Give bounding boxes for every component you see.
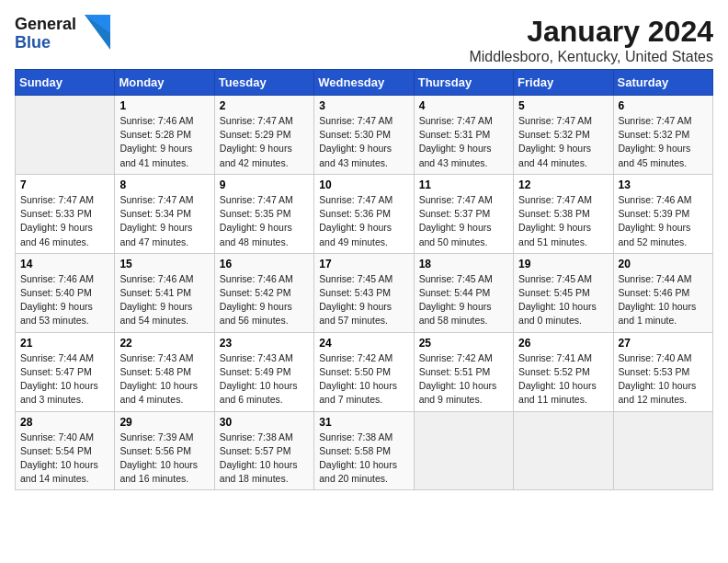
day-info: Sunrise: 7:46 AMSunset: 5:39 PMDaylight:… [619,193,708,249]
day-info: Sunrise: 7:41 AMSunset: 5:52 PMDaylight:… [518,351,608,408]
calendar-cell: 6Sunrise: 7:47 AMSunset: 5:32 PMDaylight… [613,96,712,175]
day-number: 4 [419,99,508,112]
calendar-week-row: 14Sunrise: 7:46 AMSunset: 5:40 PMDayligh… [16,253,713,332]
day-info: Sunrise: 7:47 AMSunset: 5:32 PMDaylight:… [518,114,608,170]
column-header-tuesday: Tuesday [214,70,313,96]
day-number: 24 [319,337,408,350]
day-info: Sunrise: 7:43 AMSunset: 5:48 PMDaylight:… [119,351,209,408]
day-info: Sunrise: 7:39 AMSunset: 5:56 PMDaylight:… [119,431,209,487]
day-number: 31 [319,416,408,429]
calendar-cell: 17Sunrise: 7:45 AMSunset: 5:43 PMDayligh… [314,253,414,332]
day-number: 16 [220,258,309,270]
day-number: 8 [119,178,209,191]
calendar-cell: 10Sunrise: 7:47 AMSunset: 5:36 PMDayligh… [314,174,414,253]
day-number: 30 [220,416,309,429]
calendar-cell [414,411,513,490]
day-info: Sunrise: 7:46 AMSunset: 5:41 PMDaylight:… [119,272,209,328]
day-info: Sunrise: 7:45 AMSunset: 5:44 PMDaylight:… [419,272,508,328]
calendar-cell: 13Sunrise: 7:46 AMSunset: 5:39 PMDayligh… [613,174,712,253]
day-number: 1 [119,99,209,112]
day-info: Sunrise: 7:45 AMSunset: 5:45 PMDaylight:… [518,272,608,328]
day-number: 3 [319,99,408,112]
calendar-cell: 1Sunrise: 7:46 AMSunset: 5:28 PMDaylight… [115,96,214,175]
day-number: 21 [20,337,109,350]
calendar-cell: 11Sunrise: 7:47 AMSunset: 5:37 PMDayligh… [414,174,513,253]
day-info: Sunrise: 7:44 AMSunset: 5:47 PMDaylight:… [20,351,109,408]
calendar-cell: 7Sunrise: 7:47 AMSunset: 5:33 PMDaylight… [16,174,115,253]
day-number: 5 [518,99,608,112]
day-info: Sunrise: 7:47 AMSunset: 5:38 PMDaylight:… [518,193,608,249]
column-header-friday: Friday [514,70,613,96]
calendar-cell: 22Sunrise: 7:43 AMSunset: 5:48 PMDayligh… [115,332,214,411]
day-number: 18 [419,258,508,270]
day-info: Sunrise: 7:42 AMSunset: 5:51 PMDaylight:… [419,351,508,408]
calendar-cell: 26Sunrise: 7:41 AMSunset: 5:52 PMDayligh… [514,332,613,411]
day-info: Sunrise: 7:45 AMSunset: 5:43 PMDaylight:… [319,272,408,328]
calendar-cell: 31Sunrise: 7:38 AMSunset: 5:58 PMDayligh… [314,411,414,490]
calendar-cell: 9Sunrise: 7:47 AMSunset: 5:35 PMDaylight… [214,174,313,253]
day-info: Sunrise: 7:47 AMSunset: 5:30 PMDaylight:… [319,114,408,170]
logo: General Blue [15,15,110,53]
calendar-week-row: 1Sunrise: 7:46 AMSunset: 5:28 PMDaylight… [16,96,713,175]
day-info: Sunrise: 7:44 AMSunset: 5:46 PMDaylight:… [619,272,708,328]
calendar-cell: 24Sunrise: 7:42 AMSunset: 5:50 PMDayligh… [314,332,414,411]
calendar-cell [613,411,712,490]
day-number: 22 [119,337,209,350]
page-title: January 2024 [469,15,713,49]
day-number: 11 [419,178,508,191]
day-info: Sunrise: 7:47 AMSunset: 5:36 PMDaylight:… [319,193,408,249]
calendar-week-row: 7Sunrise: 7:47 AMSunset: 5:33 PMDaylight… [16,174,713,253]
day-info: Sunrise: 7:46 AMSunset: 5:28 PMDaylight:… [119,114,209,170]
calendar-week-row: 28Sunrise: 7:40 AMSunset: 5:54 PMDayligh… [16,411,713,490]
day-info: Sunrise: 7:40 AMSunset: 5:54 PMDaylight:… [20,431,109,487]
day-info: Sunrise: 7:46 AMSunset: 5:40 PMDaylight:… [20,272,109,328]
day-number: 27 [619,337,708,350]
page-header: General Blue January 2024 Middlesboro, K… [15,15,713,65]
day-number: 13 [619,178,708,191]
logo-flag-icon [85,15,110,50]
day-number: 12 [518,178,608,191]
calendar-cell: 12Sunrise: 7:47 AMSunset: 5:38 PMDayligh… [514,174,613,253]
day-info: Sunrise: 7:42 AMSunset: 5:50 PMDaylight:… [319,351,408,408]
day-number: 26 [518,337,608,350]
day-info: Sunrise: 7:47 AMSunset: 5:32 PMDaylight:… [619,114,708,170]
title-block: January 2024 Middlesboro, Kentucky, Unit… [469,15,713,65]
calendar-cell: 4Sunrise: 7:47 AMSunset: 5:31 PMDaylight… [414,96,513,175]
day-number: 29 [119,416,209,429]
calendar-cell: 29Sunrise: 7:39 AMSunset: 5:56 PMDayligh… [115,411,214,490]
day-number: 23 [220,337,309,350]
calendar-cell: 8Sunrise: 7:47 AMSunset: 5:34 PMDaylight… [115,174,214,253]
calendar-cell: 28Sunrise: 7:40 AMSunset: 5:54 PMDayligh… [16,411,115,490]
day-number: 19 [518,258,608,270]
calendar-cell: 19Sunrise: 7:45 AMSunset: 5:45 PMDayligh… [514,253,613,332]
day-info: Sunrise: 7:47 AMSunset: 5:37 PMDaylight:… [419,193,508,249]
day-number: 9 [220,178,309,191]
calendar-cell: 3Sunrise: 7:47 AMSunset: 5:30 PMDaylight… [314,96,414,175]
column-header-monday: Monday [115,70,214,96]
calendar-cell: 21Sunrise: 7:44 AMSunset: 5:47 PMDayligh… [16,332,115,411]
day-number: 2 [220,99,309,112]
day-number: 14 [20,258,109,270]
day-info: Sunrise: 7:47 AMSunset: 5:33 PMDaylight:… [20,193,109,249]
calendar-header-row: SundayMondayTuesdayWednesdayThursdayFrid… [16,70,713,96]
page-subtitle: Middlesboro, Kentucky, United States [469,49,713,65]
calendar-cell: 14Sunrise: 7:46 AMSunset: 5:40 PMDayligh… [16,253,115,332]
day-number: 28 [20,416,109,429]
calendar-cell: 15Sunrise: 7:46 AMSunset: 5:41 PMDayligh… [115,253,214,332]
day-number: 7 [20,178,109,191]
calendar-table: SundayMondayTuesdayWednesdayThursdayFrid… [15,69,713,490]
day-info: Sunrise: 7:47 AMSunset: 5:29 PMDaylight:… [220,114,309,170]
calendar-cell: 16Sunrise: 7:46 AMSunset: 5:42 PMDayligh… [214,253,313,332]
column-header-sunday: Sunday [16,70,115,96]
day-info: Sunrise: 7:47 AMSunset: 5:35 PMDaylight:… [220,193,309,249]
calendar-cell: 23Sunrise: 7:43 AMSunset: 5:49 PMDayligh… [214,332,313,411]
column-header-saturday: Saturday [613,70,712,96]
column-header-wednesday: Wednesday [314,70,414,96]
day-info: Sunrise: 7:47 AMSunset: 5:34 PMDaylight:… [119,193,209,249]
calendar-cell: 18Sunrise: 7:45 AMSunset: 5:44 PMDayligh… [414,253,513,332]
calendar-cell: 30Sunrise: 7:38 AMSunset: 5:57 PMDayligh… [214,411,313,490]
day-number: 6 [619,99,708,112]
day-number: 25 [419,337,508,350]
calendar-cell [16,96,115,175]
day-number: 15 [119,258,209,270]
